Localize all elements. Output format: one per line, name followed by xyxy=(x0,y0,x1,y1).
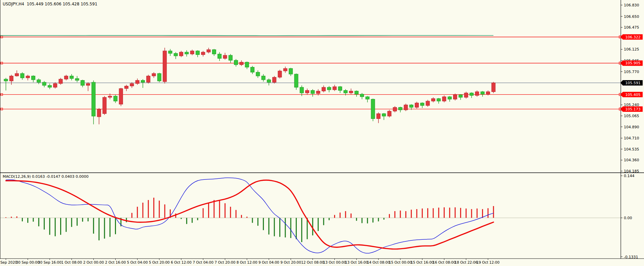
time-axis-label: 6 Oct 12:00 xyxy=(171,260,192,264)
candle-body xyxy=(174,54,177,56)
candle-body xyxy=(349,91,353,93)
candle-body xyxy=(431,99,435,101)
candle-body xyxy=(64,76,68,79)
price-badge-label: 105.905 xyxy=(625,61,641,65)
bollinger-bands-layer xyxy=(0,35,493,36)
candle-body xyxy=(322,87,325,91)
candle-body xyxy=(360,94,364,97)
price-axis-label: 104.890 xyxy=(624,125,639,129)
candle-body xyxy=(388,111,391,116)
candle-body xyxy=(135,80,139,84)
time-axis-label: 5 Oct 04:00 xyxy=(127,260,148,264)
time-axis-label: 29 Sep 2020 xyxy=(0,260,17,264)
candle-body xyxy=(409,105,413,107)
candle-body xyxy=(273,77,276,82)
candle-body xyxy=(240,62,243,65)
candle-body xyxy=(125,86,128,89)
candle-body xyxy=(59,79,63,84)
candle-body xyxy=(344,91,348,93)
time-axis-label: 13 Oct 16:00 xyxy=(345,260,368,264)
candle-body xyxy=(294,74,298,87)
price-axis-label: 104.710 xyxy=(624,136,639,140)
candle-body xyxy=(437,99,441,101)
price-badge-label: 106.322 xyxy=(625,35,641,39)
macd-axis-label: 0.00 xyxy=(624,216,632,220)
candle-body xyxy=(48,86,51,88)
candle-body xyxy=(399,107,402,110)
candle-body xyxy=(426,101,430,105)
candle-body xyxy=(376,114,380,119)
time-axis-label: 1 Oct 08:00 xyxy=(61,260,82,264)
candle-body xyxy=(223,55,227,58)
candle-body xyxy=(442,97,446,101)
candle-body xyxy=(15,73,19,76)
candle-body xyxy=(75,78,79,80)
candle-body xyxy=(333,87,336,90)
candle-body xyxy=(371,99,375,119)
candle-body xyxy=(251,67,254,72)
candle-body xyxy=(316,91,320,93)
candle-body xyxy=(289,68,293,74)
price-axis-label: 104.185 xyxy=(624,169,639,173)
candle-body xyxy=(338,87,342,90)
candle-body xyxy=(86,84,90,86)
candle-body xyxy=(267,80,271,82)
candle-body xyxy=(404,105,408,110)
candle-body xyxy=(81,80,84,86)
candle-body xyxy=(415,103,419,107)
candle-body xyxy=(190,51,194,54)
chart-canvas[interactable]: 106.830106.650106.475106.125105.945105.7… xyxy=(0,0,644,266)
candle-body xyxy=(70,76,74,78)
candle-body xyxy=(147,76,150,82)
price-axis-label: 105.770 xyxy=(624,70,639,74)
time-axis-label: 2 Oct 00:00 xyxy=(83,260,104,264)
time-axis-label: 15 Oct 16:00 xyxy=(411,260,434,264)
price-badge-label: 105.591 xyxy=(625,81,641,85)
candle-body xyxy=(9,76,13,81)
candle-body xyxy=(256,72,260,76)
time-axis-label: 5 Oct 20:00 xyxy=(149,260,170,264)
time-axis-label: 15 Oct 00:00 xyxy=(389,260,412,264)
candle-body xyxy=(245,62,249,67)
time-axis-label: 14 Oct 08:00 xyxy=(367,260,390,264)
candle-body xyxy=(92,82,95,116)
price-axis-label: 106.830 xyxy=(624,3,639,7)
candle-body xyxy=(141,80,145,82)
candle-body xyxy=(4,79,8,81)
candle-body xyxy=(486,92,490,94)
candle-body xyxy=(453,95,457,99)
candle-body xyxy=(366,97,369,99)
candle-body xyxy=(196,51,200,55)
price-axis-label: 106.650 xyxy=(624,14,639,19)
time-axis-label: 9 Oct 04:00 xyxy=(258,260,279,264)
candle-body xyxy=(163,51,167,81)
chart-background xyxy=(0,0,644,266)
candle-body xyxy=(207,49,210,52)
time-axis-label: 18 Oct 22:06 xyxy=(454,260,478,264)
candle-body xyxy=(283,68,287,71)
candle-body xyxy=(97,109,101,117)
candle-body xyxy=(261,76,265,80)
candle-body xyxy=(464,93,468,97)
pane-separator[interactable] xyxy=(0,172,644,173)
candle-body xyxy=(185,52,189,54)
hline-price-badge: 105.173 xyxy=(619,106,643,112)
candle-body xyxy=(492,83,495,92)
time-axis-label: 8 Oct 12:00 xyxy=(237,260,257,264)
candle-body xyxy=(327,87,331,90)
candle-body xyxy=(37,80,41,82)
price-axis-label: 104.360 xyxy=(624,158,639,162)
candle-body xyxy=(459,95,462,97)
hline-price-badge: 105.405 xyxy=(619,92,643,97)
time-axis-label: 7 Oct 04:00 xyxy=(193,260,213,264)
time-axis-label: 16 Oct 08:00 xyxy=(433,260,455,264)
candle-body xyxy=(382,114,386,116)
mt4-chart-window: 106.830106.650106.475106.125105.945105.7… xyxy=(0,0,644,266)
candle-body xyxy=(475,92,479,95)
candle-body xyxy=(32,76,35,80)
candle-body xyxy=(53,84,57,87)
candle-body xyxy=(21,73,24,78)
candle-body xyxy=(103,97,106,113)
candle-body xyxy=(300,87,304,93)
candle-body xyxy=(420,103,424,105)
